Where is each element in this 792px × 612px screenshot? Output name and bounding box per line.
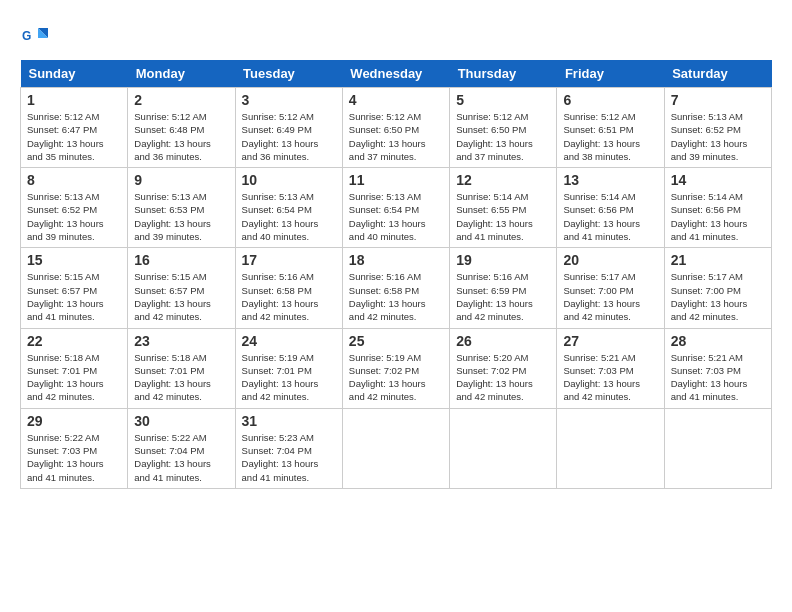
- day-detail: Sunrise: 5:13 AMSunset: 6:52 PMDaylight:…: [27, 190, 121, 243]
- empty-cell: [557, 408, 664, 488]
- empty-cell: [450, 408, 557, 488]
- day-header-friday: Friday: [557, 60, 664, 88]
- day-detail: Sunrise: 5:12 AMSunset: 6:49 PMDaylight:…: [242, 110, 336, 163]
- day-cell-14: 14Sunrise: 5:14 AMSunset: 6:56 PMDayligh…: [664, 168, 771, 248]
- day-cell-19: 19Sunrise: 5:16 AMSunset: 6:59 PMDayligh…: [450, 248, 557, 328]
- day-cell-9: 9Sunrise: 5:13 AMSunset: 6:53 PMDaylight…: [128, 168, 235, 248]
- day-number: 28: [671, 333, 765, 349]
- day-cell-18: 18Sunrise: 5:16 AMSunset: 6:58 PMDayligh…: [342, 248, 449, 328]
- day-cell-20: 20Sunrise: 5:17 AMSunset: 7:00 PMDayligh…: [557, 248, 664, 328]
- day-cell-22: 22Sunrise: 5:18 AMSunset: 7:01 PMDayligh…: [21, 328, 128, 408]
- day-number: 15: [27, 252, 121, 268]
- day-cell-13: 13Sunrise: 5:14 AMSunset: 6:56 PMDayligh…: [557, 168, 664, 248]
- day-number: 17: [242, 252, 336, 268]
- day-detail: Sunrise: 5:18 AMSunset: 7:01 PMDaylight:…: [27, 351, 121, 404]
- day-number: 29: [27, 413, 121, 429]
- week-row-5: 29Sunrise: 5:22 AMSunset: 7:03 PMDayligh…: [21, 408, 772, 488]
- day-detail: Sunrise: 5:19 AMSunset: 7:02 PMDaylight:…: [349, 351, 443, 404]
- day-detail: Sunrise: 5:22 AMSunset: 7:04 PMDaylight:…: [134, 431, 228, 484]
- day-cell-11: 11Sunrise: 5:13 AMSunset: 6:54 PMDayligh…: [342, 168, 449, 248]
- day-cell-27: 27Sunrise: 5:21 AMSunset: 7:03 PMDayligh…: [557, 328, 664, 408]
- day-detail: Sunrise: 5:22 AMSunset: 7:03 PMDaylight:…: [27, 431, 121, 484]
- day-detail: Sunrise: 5:23 AMSunset: 7:04 PMDaylight:…: [242, 431, 336, 484]
- day-number: 14: [671, 172, 765, 188]
- day-cell-15: 15Sunrise: 5:15 AMSunset: 6:57 PMDayligh…: [21, 248, 128, 328]
- day-detail: Sunrise: 5:16 AMSunset: 6:59 PMDaylight:…: [456, 270, 550, 323]
- day-number: 18: [349, 252, 443, 268]
- day-cell-30: 30Sunrise: 5:22 AMSunset: 7:04 PMDayligh…: [128, 408, 235, 488]
- week-row-2: 8Sunrise: 5:13 AMSunset: 6:52 PMDaylight…: [21, 168, 772, 248]
- day-detail: Sunrise: 5:16 AMSunset: 6:58 PMDaylight:…: [349, 270, 443, 323]
- day-number: 1: [27, 92, 121, 108]
- week-row-1: 1Sunrise: 5:12 AMSunset: 6:47 PMDaylight…: [21, 88, 772, 168]
- day-cell-10: 10Sunrise: 5:13 AMSunset: 6:54 PMDayligh…: [235, 168, 342, 248]
- day-cell-31: 31Sunrise: 5:23 AMSunset: 7:04 PMDayligh…: [235, 408, 342, 488]
- day-number: 9: [134, 172, 228, 188]
- day-detail: Sunrise: 5:12 AMSunset: 6:50 PMDaylight:…: [349, 110, 443, 163]
- day-number: 24: [242, 333, 336, 349]
- day-detail: Sunrise: 5:13 AMSunset: 6:53 PMDaylight:…: [134, 190, 228, 243]
- day-detail: Sunrise: 5:21 AMSunset: 7:03 PMDaylight:…: [671, 351, 765, 404]
- day-number: 2: [134, 92, 228, 108]
- day-number: 4: [349, 92, 443, 108]
- day-detail: Sunrise: 5:12 AMSunset: 6:47 PMDaylight:…: [27, 110, 121, 163]
- day-detail: Sunrise: 5:15 AMSunset: 6:57 PMDaylight:…: [134, 270, 228, 323]
- day-number: 7: [671, 92, 765, 108]
- day-number: 25: [349, 333, 443, 349]
- day-detail: Sunrise: 5:14 AMSunset: 6:56 PMDaylight:…: [563, 190, 657, 243]
- day-cell-3: 3Sunrise: 5:12 AMSunset: 6:49 PMDaylight…: [235, 88, 342, 168]
- day-detail: Sunrise: 5:21 AMSunset: 7:03 PMDaylight:…: [563, 351, 657, 404]
- day-cell-6: 6Sunrise: 5:12 AMSunset: 6:51 PMDaylight…: [557, 88, 664, 168]
- day-number: 22: [27, 333, 121, 349]
- day-cell-7: 7Sunrise: 5:13 AMSunset: 6:52 PMDaylight…: [664, 88, 771, 168]
- day-cell-1: 1Sunrise: 5:12 AMSunset: 6:47 PMDaylight…: [21, 88, 128, 168]
- logo: G: [20, 20, 54, 50]
- calendar-table: SundayMondayTuesdayWednesdayThursdayFrid…: [20, 60, 772, 489]
- day-cell-21: 21Sunrise: 5:17 AMSunset: 7:00 PMDayligh…: [664, 248, 771, 328]
- day-detail: Sunrise: 5:14 AMSunset: 6:55 PMDaylight:…: [456, 190, 550, 243]
- day-cell-12: 12Sunrise: 5:14 AMSunset: 6:55 PMDayligh…: [450, 168, 557, 248]
- day-number: 3: [242, 92, 336, 108]
- day-header-monday: Monday: [128, 60, 235, 88]
- day-cell-28: 28Sunrise: 5:21 AMSunset: 7:03 PMDayligh…: [664, 328, 771, 408]
- day-number: 19: [456, 252, 550, 268]
- day-number: 31: [242, 413, 336, 429]
- day-number: 8: [27, 172, 121, 188]
- day-detail: Sunrise: 5:13 AMSunset: 6:54 PMDaylight:…: [242, 190, 336, 243]
- day-number: 11: [349, 172, 443, 188]
- day-detail: Sunrise: 5:15 AMSunset: 6:57 PMDaylight:…: [27, 270, 121, 323]
- svg-text:G: G: [22, 29, 31, 43]
- day-cell-16: 16Sunrise: 5:15 AMSunset: 6:57 PMDayligh…: [128, 248, 235, 328]
- day-header-wednesday: Wednesday: [342, 60, 449, 88]
- day-detail: Sunrise: 5:16 AMSunset: 6:58 PMDaylight:…: [242, 270, 336, 323]
- day-detail: Sunrise: 5:20 AMSunset: 7:02 PMDaylight:…: [456, 351, 550, 404]
- day-detail: Sunrise: 5:19 AMSunset: 7:01 PMDaylight:…: [242, 351, 336, 404]
- day-detail: Sunrise: 5:12 AMSunset: 6:51 PMDaylight:…: [563, 110, 657, 163]
- day-detail: Sunrise: 5:17 AMSunset: 7:00 PMDaylight:…: [563, 270, 657, 323]
- day-detail: Sunrise: 5:12 AMSunset: 6:48 PMDaylight:…: [134, 110, 228, 163]
- day-number: 23: [134, 333, 228, 349]
- day-number: 6: [563, 92, 657, 108]
- day-cell-26: 26Sunrise: 5:20 AMSunset: 7:02 PMDayligh…: [450, 328, 557, 408]
- day-number: 13: [563, 172, 657, 188]
- day-cell-4: 4Sunrise: 5:12 AMSunset: 6:50 PMDaylight…: [342, 88, 449, 168]
- day-cell-2: 2Sunrise: 5:12 AMSunset: 6:48 PMDaylight…: [128, 88, 235, 168]
- day-detail: Sunrise: 5:12 AMSunset: 6:50 PMDaylight:…: [456, 110, 550, 163]
- header-row: SundayMondayTuesdayWednesdayThursdayFrid…: [21, 60, 772, 88]
- logo-icon: G: [20, 20, 50, 50]
- day-number: 26: [456, 333, 550, 349]
- day-cell-25: 25Sunrise: 5:19 AMSunset: 7:02 PMDayligh…: [342, 328, 449, 408]
- day-header-sunday: Sunday: [21, 60, 128, 88]
- day-number: 27: [563, 333, 657, 349]
- day-header-tuesday: Tuesday: [235, 60, 342, 88]
- day-detail: Sunrise: 5:13 AMSunset: 6:52 PMDaylight:…: [671, 110, 765, 163]
- week-row-4: 22Sunrise: 5:18 AMSunset: 7:01 PMDayligh…: [21, 328, 772, 408]
- week-row-3: 15Sunrise: 5:15 AMSunset: 6:57 PMDayligh…: [21, 248, 772, 328]
- day-number: 21: [671, 252, 765, 268]
- empty-cell: [664, 408, 771, 488]
- day-cell-17: 17Sunrise: 5:16 AMSunset: 6:58 PMDayligh…: [235, 248, 342, 328]
- day-cell-8: 8Sunrise: 5:13 AMSunset: 6:52 PMDaylight…: [21, 168, 128, 248]
- day-detail: Sunrise: 5:18 AMSunset: 7:01 PMDaylight:…: [134, 351, 228, 404]
- day-number: 10: [242, 172, 336, 188]
- day-number: 12: [456, 172, 550, 188]
